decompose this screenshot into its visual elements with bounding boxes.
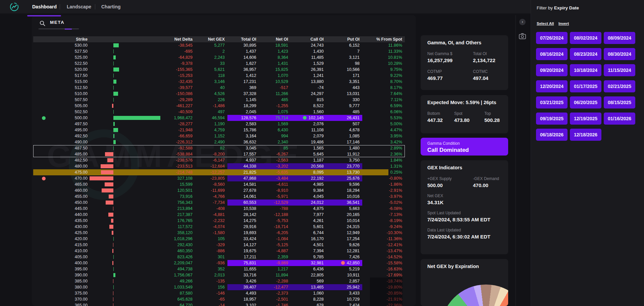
call-oi-cell: 815 <box>291 97 326 103</box>
net-gex-bar <box>113 146 114 150</box>
table-row[interactable]: 515.00-32,4353,14617,23110,52913,8803,35… <box>33 79 405 85</box>
table-row[interactable]: 502.50-40,5094972,0451,0751,5604856.06% <box>33 109 405 115</box>
app-logo-icon[interactable] <box>10 2 19 11</box>
table-row[interactable]: 385.0049,266-1353,426-2,2885692,857-18.7… <box>33 278 405 284</box>
strike-cell: 527.50 <box>48 48 90 54</box>
table-row[interactable]: 480.00-233,513-12,68444,338-3,20220,5682… <box>33 163 405 169</box>
table-row[interactable]: 395.00494,73835211,6551,2176,4365,219-16… <box>33 266 405 272</box>
table-row[interactable]: 390.001,756,0672,01333,71611,89422,80510… <box>33 272 405 278</box>
expiry-date-button[interactable]: 03/21/2025 <box>536 96 568 108</box>
net-gex-cell: 118 <box>195 73 227 79</box>
net-gex-bar-cell <box>90 151 148 157</box>
table-row[interactable]: 425.00358,120-1,58019,693-6,2056,74412,9… <box>33 230 405 236</box>
expiry-date-button[interactable]: 11/15/2024 <box>604 64 635 76</box>
row-gutter <box>33 127 48 133</box>
expiry-date-button[interactable]: 07/26/2024 <box>536 32 568 44</box>
net-gex-cell: 5,621 <box>195 67 227 73</box>
table-row[interactable]: 522.50-9,378331,6271,4311,5299810.28% <box>33 60 405 67</box>
tab-charting[interactable]: Charting <box>101 0 121 13</box>
expiry-date-button[interactable]: 09/20/2024 <box>536 64 568 76</box>
expiry-date-button[interactable]: 08/30/2024 <box>604 48 635 60</box>
table-row[interactable]: 507.50-29,2892261,1454858153307.11% <box>33 97 405 103</box>
invert-link[interactable]: Invert <box>558 21 569 26</box>
table-row[interactable]: 455.0073,916-4,76614,061-5,9714,04510,01… <box>33 193 405 200</box>
put-oi-cell: 10,014 <box>326 218 362 224</box>
column-header: Put OI <box>326 36 362 42</box>
ticker-search-input[interactable]: META <box>50 20 64 25</box>
expiry-date-button[interactable]: 08/02/2024 <box>570 32 601 44</box>
row-gutter <box>33 73 48 79</box>
table-row[interactable]: 435.00176,765-2,23214,275-5,7534,26110,0… <box>33 218 405 224</box>
table-row[interactable]: 370.00645,628-6518,957-2,5018,22810,729-… <box>33 296 405 302</box>
tab-dashboard[interactable]: Dashboard <box>32 0 57 13</box>
table-row[interactable]: 470.00327,108-23,80547,868-3,48422,19225… <box>33 175 405 181</box>
table-row[interactable]: 505.00-461,227-1,48618,299-1,2558,5229,7… <box>33 103 405 109</box>
table-row[interactable]: 530.00-38,5455,27730,89518,59124,7436,15… <box>33 42 405 48</box>
table-row[interactable]: 520.00-155,3655,62136,95715,82526,39110,… <box>33 67 405 73</box>
table-row[interactable]: 450.00756,343-7,73460,553-12,52924,01236… <box>33 200 405 206</box>
table-row[interactable]: 517.50-15,2531181,4121,0701,2411719.22% <box>33 73 405 79</box>
total-oi-cell: 36,957 <box>227 67 259 73</box>
put-oi-cell: 5,219 <box>326 266 362 272</box>
table-row[interactable]: 405.00823,42630117,2112,3599,7857,426-14… <box>33 254 405 260</box>
expiry-date-button[interactable]: 10/18/2024 <box>570 64 601 76</box>
strike-cell: 485.00 <box>48 151 90 157</box>
table-row[interactable]: 485.00-538,884-8,20017,557-6,2675,64511,… <box>33 151 405 157</box>
put-oi-cell: 9,777 <box>326 103 362 109</box>
table-row[interactable]: 465.0015,599-8,56014,581-4,6114,9859,596… <box>33 181 405 187</box>
table-row[interactable]: 460.00120,501-11,69927,678-8,9109,38418,… <box>33 187 405 193</box>
table-row[interactable]: 375.0087,580-1464,493-2,3731,0603,433-20… <box>33 290 405 296</box>
row-gutter <box>33 85 48 91</box>
net-gex-bar-cell <box>90 73 148 79</box>
table-row[interactable]: 415.00292,430-32914,127-5,1254,5019,626-… <box>33 242 405 248</box>
net-gex-bar-cell <box>90 85 148 91</box>
table-row[interactable]: 500.001,968,47246,594128,57675,714102,14… <box>33 115 405 121</box>
select-all-link[interactable]: Select All <box>537 21 554 26</box>
table-row[interactable]: 475.00-214,748-12,25721,825-5,6358,09513… <box>33 169 405 175</box>
table-row[interactable]: 497.50-28,2771,1902,5831,5692,0765075.00… <box>33 121 405 127</box>
table-row[interactable]: 490.00-226,3122,49036,6322,34019,48617,1… <box>33 139 405 145</box>
table-row[interactable]: 525.00-64,8292,24314,6068,36411,4853,121… <box>33 54 405 60</box>
expiry-date-button[interactable]: 08/09/2024 <box>604 32 635 44</box>
table-row[interactable]: 420.001,018,29610533,424-1,08416,17017,2… <box>33 236 405 242</box>
expiry-date-button[interactable]: 06/20/2025 <box>570 96 601 108</box>
expiry-date-button[interactable]: 12/19/2025 <box>570 113 601 125</box>
expected-move-card: Expected Move: 5.59% | 26pts Bottom447.3… <box>421 95 508 133</box>
expiry-date-button[interactable]: 06/18/2026 <box>536 129 568 141</box>
net-delta-cell: 49,266 <box>148 278 195 284</box>
row-gutter <box>33 67 48 73</box>
expiry-date-button[interactable]: 09/19/2025 <box>536 113 568 125</box>
table-row[interactable]: 430.00117,572-4,07429,916-18,7145,60124,… <box>33 224 405 230</box>
expiry-date-button[interactable]: 01/16/2026 <box>604 113 635 125</box>
expiry-date-button[interactable]: 12/20/2024 <box>536 80 568 92</box>
expiry-date-button[interactable]: 02/21/2025 <box>604 80 635 92</box>
call-oi-cell: 2,076 <box>291 121 326 127</box>
table-row[interactable]: 445.00213,894-40810,538-7884,8755,663-6.… <box>33 206 405 212</box>
call-oi-cell: 16,170 <box>291 236 326 242</box>
table-row[interactable]: 510.00-150,0864,52637,32811,26624,29713,… <box>33 91 405 97</box>
row-gutter <box>33 175 48 181</box>
expiry-date-button[interactable]: 08/15/2025 <box>604 96 635 108</box>
table-row[interactable]: 482.50-238,576-6,1474,937-2,5631,1873,75… <box>33 157 405 163</box>
expiry-date-button[interactable]: 08/23/2024 <box>570 48 601 60</box>
table-row[interactable]: 410.00460,350-88619,675-4,8877,39412,281… <box>33 248 405 254</box>
net-delta-cell: -64,829 <box>148 54 195 60</box>
table-row[interactable]: 380.001,033,54915639,407-12,47713,46525,… <box>33 284 405 290</box>
pct-from-spot-cell: -1.86% <box>362 181 405 187</box>
table-row[interactable]: 400.002,209,047-93675,831-9,86932,98142,… <box>33 260 405 266</box>
expiry-date-button[interactable]: 01/17/2025 <box>570 80 601 92</box>
table-row[interactable]: 495.00-21,9484,75915,7866,43011,1084,678… <box>33 127 405 133</box>
table-row[interactable]: 527.50-69521,4371,4231,430711.33% <box>33 48 405 54</box>
table-row[interactable]: 365.0064,720-143,102-1,7466782,424-22.96… <box>33 302 405 306</box>
table-row[interactable]: 487.50-92,588823,045851,5651,4802.89% <box>33 145 405 151</box>
expiry-date-button[interactable]: 08/16/2024 <box>536 48 568 60</box>
chevron-right-icon[interactable]: › <box>519 19 526 25</box>
table-row[interactable]: 440.00217,387-4,88128,142-12,1887,97720,… <box>33 212 405 218</box>
call-oi-cell: 32,981 <box>291 260 326 266</box>
camera-icon[interactable] <box>519 33 526 39</box>
tab-landscape[interactable]: Landscape <box>67 0 91 13</box>
table-row[interactable]: 512.50-39,57740369-517-744438.17% <box>33 85 405 91</box>
pct-from-spot-cell: 2.36% <box>362 151 405 157</box>
expiry-date-button[interactable]: 12/18/2026 <box>570 129 601 141</box>
table-row[interactable]: 492.50-66,6591,1523,1649942,0791,0853.95… <box>33 133 405 139</box>
